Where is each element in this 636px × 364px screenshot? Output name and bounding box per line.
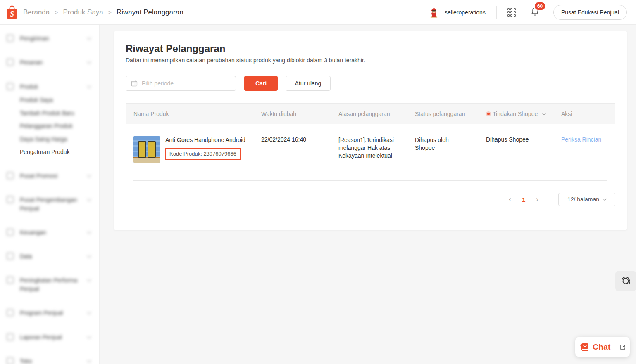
- breadcrumb-produk-saya[interactable]: Produk Saya: [63, 8, 103, 17]
- notification-count-badge: 60: [534, 2, 546, 11]
- apps-grid-icon[interactable]: [507, 8, 516, 17]
- col-header-nama-produk: Nama Produk: [126, 111, 261, 117]
- shopee-logo-icon[interactable]: S: [6, 5, 19, 20]
- next-page-button[interactable]: ›: [534, 193, 541, 206]
- col-header-aksi: Aksi: [561, 111, 615, 117]
- page-size-select[interactable]: 12/ halaman: [558, 193, 615, 206]
- col-header-tindakan-filter[interactable]: Tindakan Shopee: [486, 111, 561, 117]
- period-input[interactable]: [142, 80, 224, 87]
- breadcrumb-beranda[interactable]: Beranda: [23, 8, 50, 17]
- filter-active-dot-icon: [486, 111, 491, 116]
- breadcrumb-separator: >: [55, 9, 58, 16]
- chat-bubble-icon: [579, 343, 589, 352]
- row-divider: [133, 180, 607, 181]
- prev-page-button[interactable]: ‹: [506, 193, 514, 206]
- page-title: Riwayat Pelanggaran: [126, 43, 225, 54]
- support-float-button[interactable]: [615, 271, 636, 291]
- violation-reason: [Reason1]:Terindikasi melanggar Hak atas…: [338, 136, 405, 160]
- violation-history-panel: Riwayat Pelanggaran Daftar ini menampilk…: [114, 31, 627, 230]
- chevron-down-icon: [87, 335, 91, 339]
- reset-button[interactable]: Atur ulang: [286, 76, 331, 91]
- violation-status: Dihapus oleh Shopee: [415, 136, 462, 152]
- chevron-down-icon: [87, 254, 91, 258]
- avatar[interactable]: [427, 6, 441, 19]
- sidebar-nav: Pengiriman Pesanan Produk Produk Saya Ta…: [0, 25, 100, 364]
- sidebar-item-pengiriman[interactable]: Pengiriman: [0, 34, 100, 43]
- chevron-down-icon: [87, 60, 91, 64]
- table-row: Anti Gores Handphone Android Kode Produk…: [126, 124, 615, 181]
- product-icon: [7, 83, 14, 90]
- chevron-down-icon: [87, 278, 91, 282]
- username[interactable]: selleroperations: [445, 9, 486, 16]
- promotion-icon: [7, 172, 14, 179]
- sidebar-item-pesanan[interactable]: Pesanan: [0, 58, 100, 67]
- period-picker[interactable]: [126, 76, 236, 91]
- sidebar-item-toko[interactable]: Toko: [0, 357, 100, 364]
- sidebar-item-produk-saya[interactable]: Produk Saya: [0, 96, 100, 104]
- chevron-down-icon: [603, 196, 607, 201]
- sidebar-item-program-penjual[interactable]: Program Penjual: [0, 309, 100, 317]
- table-header-row: Nama Produk Waktu diubah Alasan pelangga…: [126, 104, 615, 124]
- sidebar-item-data[interactable]: Data: [0, 252, 100, 261]
- chevron-down-icon: [87, 310, 91, 314]
- product-code-highlight: Kode Produk: 23976079666: [165, 148, 241, 160]
- sidebar-item-tambah-produk-baru[interactable]: Tambah Produk Baru: [0, 109, 100, 118]
- sidebar-item-peningkatan-performa[interactable]: Peningkatan Performa Penjual: [0, 276, 100, 293]
- chevron-down-icon: [542, 111, 546, 116]
- breadcrumb: Beranda > Produk Saya > Riwayat Pelangga…: [23, 8, 183, 17]
- filter-bar: Cari Atur ulang: [126, 76, 331, 91]
- chat-label: Chat: [593, 343, 610, 352]
- chevron-down-icon: [87, 84, 91, 88]
- changed-at: 22/02/2024 16:40: [261, 124, 338, 181]
- col-header-status: Status pelanggaran: [415, 111, 486, 117]
- performance-icon: [7, 277, 14, 284]
- sidebar-item-pusat-promosi[interactable]: Pusat Promosi: [0, 172, 100, 180]
- chevron-down-icon: [87, 197, 91, 201]
- chat-widget[interactable]: Chat: [575, 337, 630, 357]
- sidebar-item-pelanggaran-produk[interactable]: Pelanggaran Produk: [0, 122, 100, 130]
- col-header-alasan: Alasan pelanggaran: [338, 111, 415, 117]
- product-thumbnail: [133, 136, 160, 163]
- product-name: Anti Gores Handphone Android: [165, 136, 250, 144]
- program-icon: [7, 309, 14, 316]
- check-details-link[interactable]: Periksa Rincian: [561, 136, 601, 143]
- headset-icon: [620, 275, 631, 287]
- sidebar-item-daya-saing-harga[interactable]: Daya Saing Harga: [0, 135, 100, 144]
- current-page[interactable]: 1: [522, 196, 525, 203]
- seller-education-button[interactable]: Pusat Edukasi Penjual: [553, 5, 627, 20]
- breadcrumb-separator: >: [108, 9, 112, 16]
- page-subtitle: Daftar ini menampilkan catatan perubahan…: [126, 57, 365, 64]
- search-button[interactable]: Cari: [244, 76, 278, 91]
- notification-bell-icon[interactable]: 60: [531, 7, 539, 18]
- popout-icon[interactable]: [619, 344, 626, 350]
- violation-table: Nama Produk Waktu diubah Alasan pelangga…: [126, 103, 615, 181]
- sidebar-item-pengaturan-produk[interactable]: Pengaturan Produk: [0, 148, 100, 156]
- breadcrumb-current: Riwayat Pelanggaran: [117, 8, 183, 17]
- pagination: ‹ 1 › 12/ halaman: [506, 193, 615, 206]
- calendar-icon: [131, 80, 138, 87]
- header-divider: [496, 6, 497, 19]
- report-icon: [7, 333, 14, 340]
- shipping-icon: [7, 35, 14, 42]
- data-icon: [7, 253, 14, 260]
- chevron-down-icon: [87, 173, 91, 177]
- sidebar-item-laporan-penjual[interactable]: Laporan Penjual: [0, 333, 100, 342]
- col-header-waktu-diubah: Waktu diubah: [261, 111, 338, 117]
- finance-icon: [7, 229, 14, 236]
- chevron-down-icon: [87, 230, 91, 234]
- shop-icon: [7, 357, 14, 364]
- growth-icon: [7, 196, 14, 203]
- sidebar-item-pusat-pengembangan[interactable]: Pusat Pengembangan Penjual: [0, 196, 100, 213]
- sidebar-item-keuangan[interactable]: Keuangan: [0, 228, 100, 237]
- top-header: S Beranda > Produk Saya > Riwayat Pelang…: [0, 0, 636, 25]
- chat-divider: [615, 343, 615, 351]
- chevron-down-icon: [87, 36, 91, 40]
- shopee-action: Dihapus Shopee: [486, 124, 561, 181]
- sidebar-item-produk[interactable]: Produk: [0, 83, 100, 91]
- orders-icon: [7, 59, 14, 66]
- chevron-down-icon: [87, 359, 91, 363]
- svg-text:S: S: [10, 10, 14, 18]
